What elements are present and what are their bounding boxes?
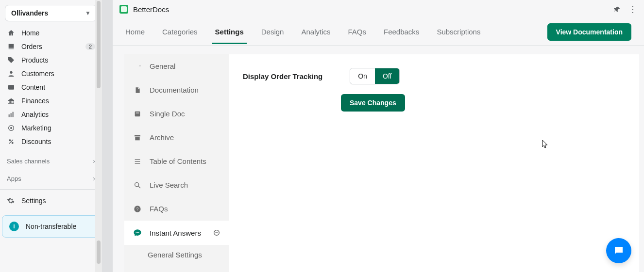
toggle-display-order-tracking[interactable]: On Off bbox=[350, 68, 400, 84]
nav-orders[interactable]: Orders 2 bbox=[0, 40, 102, 53]
svg-rect-10 bbox=[136, 112, 139, 113]
settings-item-single-doc[interactable]: Single Doc bbox=[124, 102, 229, 126]
primary-nav: Home Orders 2 Products Customers C bbox=[0, 24, 102, 150]
svg-point-22 bbox=[138, 232, 139, 233]
store-selector[interactable]: Ollivanders ▼ bbox=[5, 5, 97, 21]
home-icon bbox=[7, 29, 16, 37]
nav-customers[interactable]: Customers bbox=[0, 67, 102, 80]
setting-display-order-tracking: Display Order Tracking On Off bbox=[243, 68, 626, 84]
nav-label: Customers bbox=[21, 70, 95, 78]
settings-sub-general[interactable]: General Settings bbox=[124, 245, 229, 259]
percent-icon bbox=[7, 138, 16, 145]
toggle-off[interactable]: Off bbox=[375, 68, 399, 84]
settings-item-label: Archive bbox=[150, 133, 174, 142]
scrollbar-track[interactable] bbox=[95, 0, 102, 272]
toggle-on[interactable]: On bbox=[350, 68, 375, 84]
nav-analytics[interactable]: Analytics bbox=[0, 108, 102, 121]
tab-settings[interactable]: Settings bbox=[215, 20, 244, 44]
chat-fab[interactable] bbox=[606, 238, 631, 263]
file-icon bbox=[133, 86, 142, 94]
search-icon bbox=[133, 181, 142, 189]
svg-rect-2 bbox=[9, 114, 10, 117]
settings-item-toc[interactable]: Table of Contents bbox=[124, 149, 229, 173]
settings-item-label: Single Doc bbox=[150, 110, 185, 118]
nav-marketing[interactable]: Marketing bbox=[0, 121, 102, 135]
nav-finances[interactable]: Finances bbox=[0, 94, 102, 108]
settings-item-instant-answers[interactable]: Instant Answers bbox=[124, 221, 229, 245]
view-documentation-button[interactable]: View Documentation bbox=[547, 23, 631, 41]
sales-channels-header[interactable]: Sales channels › bbox=[0, 150, 102, 168]
tab-feedbacks[interactable]: Feedbacks bbox=[384, 20, 419, 44]
nav-label: Orders bbox=[21, 43, 80, 50]
tab-analytics[interactable]: Analytics bbox=[301, 20, 330, 44]
nav-discounts[interactable]: Discounts bbox=[0, 135, 102, 148]
svg-line-17 bbox=[138, 186, 140, 188]
apps-header[interactable]: Apps › bbox=[0, 168, 102, 185]
app-icon bbox=[119, 5, 128, 14]
settings-content: General Documentation Single Doc Archive… bbox=[113, 46, 644, 272]
chat-icon bbox=[133, 228, 142, 237]
bars-icon bbox=[7, 111, 16, 118]
settings-item-live-search[interactable]: Live Search bbox=[124, 173, 229, 197]
settings-item-general[interactable]: General bbox=[124, 54, 229, 78]
svg-point-8 bbox=[12, 142, 14, 144]
tab-faqs[interactable]: FAQs bbox=[348, 20, 366, 44]
tab-design[interactable]: Design bbox=[261, 20, 284, 44]
target-icon bbox=[7, 124, 16, 132]
nav-settings[interactable]: Settings bbox=[0, 190, 102, 211]
image-icon bbox=[7, 83, 16, 91]
collapse-icon[interactable] bbox=[213, 229, 220, 237]
notice-banner: i Non-transferable bbox=[2, 215, 100, 238]
tools-icon bbox=[133, 63, 142, 70]
pin-icon[interactable] bbox=[614, 6, 621, 13]
svg-rect-12 bbox=[135, 137, 139, 140]
settings-item-label: Instant Answers bbox=[150, 229, 201, 237]
nav-label: Finances bbox=[21, 97, 95, 105]
save-changes-button[interactable]: Save Changes bbox=[341, 94, 405, 112]
settings-item-documentation[interactable]: Documentation bbox=[124, 78, 229, 102]
page-icon bbox=[133, 110, 142, 118]
svg-point-7 bbox=[9, 139, 11, 141]
settings-item-label: General bbox=[150, 62, 175, 70]
notice-text: Non-transferable bbox=[26, 223, 76, 230]
svg-rect-1 bbox=[8, 85, 14, 89]
svg-text:?: ? bbox=[136, 207, 139, 211]
tab-categories[interactable]: Categories bbox=[162, 20, 198, 44]
tabs-bar: Home Categories Settings Design Analytic… bbox=[113, 18, 644, 46]
tab-home[interactable]: Home bbox=[125, 20, 145, 44]
svg-point-0 bbox=[10, 71, 12, 74]
settings-sidebar: General Documentation Single Doc Archive… bbox=[124, 54, 229, 272]
nav-label: Discounts bbox=[21, 138, 95, 145]
scrollbar-thumb[interactable] bbox=[97, 1, 101, 88]
nav-label: Analytics bbox=[21, 111, 95, 118]
main-area: BetterDocs ⋮ Home Categories Settings De… bbox=[113, 0, 644, 272]
nav-label: Settings bbox=[21, 197, 46, 205]
layout-gutter bbox=[102, 0, 113, 272]
nav-content[interactable]: Content bbox=[0, 80, 102, 94]
gear-icon bbox=[7, 197, 16, 205]
setting-label: Display Order Tracking bbox=[243, 72, 322, 80]
app-title: BetterDocs bbox=[133, 5, 169, 14]
list-icon bbox=[133, 158, 142, 165]
svg-rect-14 bbox=[135, 161, 140, 161]
inbox-icon bbox=[7, 43, 16, 50]
question-icon: ? bbox=[133, 205, 142, 213]
archive-icon bbox=[133, 134, 142, 142]
user-icon bbox=[7, 70, 16, 78]
settings-item-archive[interactable]: Archive bbox=[124, 126, 229, 149]
svg-rect-15 bbox=[135, 163, 140, 163]
settings-item-label: Documentation bbox=[150, 86, 199, 94]
section-label: Sales channels bbox=[7, 158, 50, 165]
settings-item-label: Live Search bbox=[150, 181, 188, 189]
settings-panel: Display Order Tracking On Off Save Chang… bbox=[229, 54, 639, 272]
app-titlebar: BetterDocs ⋮ bbox=[113, 0, 644, 18]
store-name: Ollivanders bbox=[11, 9, 48, 17]
nav-home[interactable]: Home bbox=[0, 26, 102, 40]
tab-subscriptions[interactable]: Subscriptions bbox=[437, 20, 480, 44]
svg-rect-9 bbox=[135, 111, 140, 116]
more-icon[interactable]: ⋮ bbox=[628, 4, 637, 15]
settings-item-faqs[interactable]: ? FAQs bbox=[124, 197, 229, 221]
svg-point-21 bbox=[137, 232, 138, 233]
scrollbar-thumb[interactable] bbox=[97, 240, 101, 264]
nav-products[interactable]: Products bbox=[0, 53, 102, 67]
